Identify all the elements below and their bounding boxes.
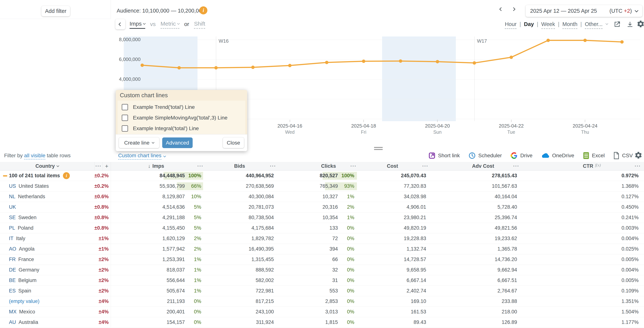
cell-ctr: 0.005% (545, 275, 644, 285)
data-point[interactable] (362, 60, 365, 63)
add-filter-button[interactable]: Add filter (42, 6, 70, 16)
column-menu-clicks[interactable]: ··· (350, 162, 356, 170)
date-next-button[interactable] (512, 8, 518, 14)
data-point[interactable] (140, 64, 144, 67)
data-point[interactable] (510, 56, 513, 59)
column-header-label-cost[interactable]: Cost (359, 162, 426, 170)
country-code-link[interactable]: US (9, 183, 16, 189)
country-code-link[interactable]: PL (9, 225, 15, 231)
granularity-other[interactable]: Other... (585, 21, 602, 29)
chart-back-button[interactable] (115, 19, 125, 29)
column-header-label-clicks[interactable]: Clicks (303, 162, 354, 170)
data-point[interactable] (473, 61, 476, 65)
checkbox-icon[interactable] (122, 104, 128, 110)
primary-metric-dropdown[interactable]: Imps (130, 21, 145, 29)
data-point[interactable] (214, 66, 218, 70)
country-code-link[interactable]: SE (9, 215, 16, 221)
data-point[interactable] (399, 59, 402, 63)
country-code-link[interactable]: BE (9, 277, 16, 283)
open-in-new-icon[interactable] (614, 21, 621, 29)
close-button[interactable]: Close (223, 137, 244, 148)
secondary-metric-dropdown[interactable]: Metric (160, 21, 180, 29)
value-clicks: 32 (332, 267, 338, 273)
chart-line-option-1[interactable]: Example SimpleMovingAvg('total',3) Line (118, 112, 245, 123)
country-code-link[interactable]: FR (9, 257, 16, 262)
cell-adv_cost: 40,164.04 (449, 192, 545, 202)
granularity-hour[interactable]: Hour (505, 21, 516, 29)
data-point[interactable] (288, 64, 292, 67)
value-clicks-pct: 1% (340, 215, 354, 221)
data-point[interactable] (251, 66, 254, 69)
advanced-button[interactable]: Advanced (162, 137, 193, 148)
column-menu-imps[interactable]: ··· (197, 162, 204, 170)
excel-button[interactable]: Excel (583, 152, 604, 159)
country-code-link[interactable]: MX (9, 309, 16, 315)
country-code-link[interactable]: NL (9, 194, 16, 200)
value-imps-pct: 5% (187, 204, 201, 210)
column-header-label-bids[interactable]: Bids (205, 162, 274, 170)
short-link-button[interactable]: Short link (428, 152, 460, 159)
value-cost: 34,028.98 (404, 194, 426, 200)
scheduler-button[interactable]: Scheduler (468, 152, 502, 159)
data-point[interactable] (620, 40, 624, 44)
data-point[interactable] (583, 39, 587, 42)
custom-chart-lines-link[interactable]: Custom chart lines (118, 152, 166, 160)
value-imps-pct: 0% (187, 298, 201, 304)
cell-ctr: 0.004% (545, 265, 644, 275)
granularity-week[interactable]: Week (541, 21, 555, 29)
country-code-link[interactable]: AO (9, 246, 16, 252)
data-point[interactable] (546, 39, 550, 42)
cell-adv_cost: 126.89 (449, 317, 545, 327)
country-code-link[interactable]: AU (9, 319, 16, 325)
column-header-label-adv_cost[interactable]: Adv Cost (449, 162, 517, 170)
column-menu-adv_cost[interactable]: ··· (513, 162, 519, 170)
csv-button[interactable]: CSV (613, 152, 633, 159)
country-code-link[interactable]: ES (9, 288, 16, 294)
column-header-label-ctr[interactable]: CTRf(x) (545, 162, 638, 170)
value-imps: 556,644 (166, 277, 185, 283)
chart-resize-handle[interactable] (374, 147, 383, 151)
column-header-country[interactable]: Country (0, 162, 94, 170)
cell-country: NLNetherlands±0.6% (0, 192, 111, 202)
column-menu-bids[interactable]: ··· (270, 162, 276, 170)
create-line-button[interactable]: Create line (119, 137, 159, 148)
date-range-picker[interactable]: 2025 Apr 12 — 2025 Apr 25 (UTC +2) (526, 5, 642, 17)
cell-country: MXMexico±4% (0, 307, 111, 317)
chart-line-option-0[interactable]: Example Trend('total') Line (118, 102, 245, 112)
download-icon[interactable] (626, 21, 634, 29)
country-code-link[interactable]: IT (9, 236, 14, 241)
total-info-icon[interactable]: i (63, 172, 70, 179)
checkbox-icon[interactable] (122, 125, 128, 132)
checkbox-icon[interactable] (122, 115, 128, 121)
value-clicks: 3,013 (325, 309, 338, 315)
table-settings-gear-icon[interactable] (634, 151, 642, 161)
value-clicks-pct: 93% (340, 183, 354, 189)
drive-button[interactable]: Drive (510, 152, 532, 159)
shift-toggle[interactable]: Shift (194, 21, 205, 29)
cell-bids: 20,781,073 (205, 202, 303, 212)
country-column-menu[interactable]: ··· (94, 162, 102, 170)
granularity-month[interactable]: Month (562, 21, 578, 29)
onedrive-button[interactable]: OneDrive (541, 152, 574, 159)
data-point[interactable] (436, 60, 439, 63)
date-prev-button[interactable] (500, 8, 506, 14)
value-ctr: 0.005% (622, 257, 638, 262)
gear-icon[interactable] (636, 20, 644, 29)
data-point[interactable] (178, 66, 181, 70)
country-empty-value-link[interactable]: (empty value) (9, 298, 40, 304)
column-header-label-imps[interactable]: ↓Imps (111, 162, 201, 170)
audience-info-icon[interactable]: i (199, 6, 208, 15)
value-adv_cost: 19,233.62 (495, 236, 517, 241)
cell-bids: 80,738,504 (205, 212, 303, 223)
country-code-link[interactable]: DE (9, 267, 16, 273)
add-column-button[interactable]: + (102, 162, 111, 170)
data-point[interactable] (325, 61, 328, 64)
chevron-down-icon (163, 155, 166, 157)
all-visible-link[interactable]: all visible (24, 152, 45, 159)
value-clicks: 820,527 (320, 173, 338, 179)
chart-line-option-2[interactable]: Example Integral('total') Line (118, 123, 245, 134)
country-code-link[interactable]: UK (9, 204, 16, 210)
table-row: ESSpain±2%505,6741%722,9815530%2,402.742… (0, 286, 644, 296)
column-menu-ctr[interactable]: ··· (635, 162, 641, 170)
column-menu-cost[interactable]: ··· (422, 162, 428, 170)
